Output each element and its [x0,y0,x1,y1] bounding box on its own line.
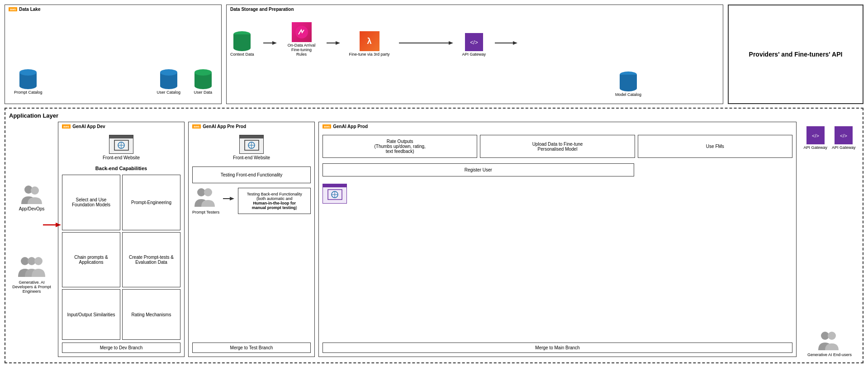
frontend-dev-icon [109,135,133,154]
frontend-preprod-icon [239,135,264,154]
data-storage-icons: Context Data On-Data Arrival Fine-tuning… [230,22,719,57]
event-icon [292,22,312,42]
prod-top-grid: Rate Outputs(Thumbs up/down, rating,text… [323,135,792,158]
svg-text:</>: </> [840,133,847,138]
cap-cell-rating: Rating Mechanisms [122,289,180,340]
data-lake-title: Data Lake [19,7,40,12]
providers-api-box: Providers' and Fine-tuners' API [728,5,863,104]
gen-ai-devs-actor: Generative. AI Developers & Prompt Engin… [11,257,52,294]
api-gw-prod-right-label: API Gateway [832,145,856,150]
user-data-icon: User Data [194,69,212,95]
svg-marker-4 [336,41,340,45]
capability-grid: Select and Use Foundation Models Prompt-… [62,175,180,340]
model-catalog-container: Model Catalog [615,71,641,97]
cap-cell-io-similarities: Input/Output Similarities [62,289,120,340]
genai-preprod-title: GenAI App Pre Prod [203,124,246,129]
testing-frontend-label: Testing Front-end Functionality [221,172,283,177]
genai-preprod-box: aws GenAI App Pre Prod Front-en [188,122,315,357]
frontend-dev-label: Front-end Website [103,155,140,160]
arrow-ondata-to-finetune3rd [327,40,340,47]
user-catalog-container: User Catalog [157,69,180,95]
genai-preprod-label: aws GenAI App Pre Prod [192,124,246,129]
cap-cell-prompt-engineering: Prompt-Engineering [122,175,180,230]
prompt-testers-label: Prompt Testers [192,210,219,214]
fine-tune-label: Fine-tune via 3rd party [349,52,390,57]
prompt-testers-section: Prompt Testers Testing Back-end Function… [192,188,311,340]
prod-empty-cell [637,163,792,176]
aws-badge-dev: aws [62,124,71,129]
context-data-icon: Context Data [230,31,254,57]
svg-marker-29 [230,197,234,200]
aws-badge-datalake: aws [9,7,17,11]
svg-text:</>: </> [470,39,478,46]
gen-ai-devs-label: Generative. AI Developers & Prompt Engin… [11,280,52,294]
data-storage-title: Data Storage and Preparation [230,7,294,12]
model-catalog-label: Model Catalog [615,92,641,97]
svg-marker-1 [272,41,277,45]
upload-data-cell: Upload Data to Fine-tunePersonalised Mod… [480,135,635,158]
genai-dev-label: aws GenAI App Dev [62,124,105,129]
rate-outputs-text: Rate Outputs(Thumbs up/down, rating,text… [374,139,425,154]
api-gateway-top-icon: </> API Gateway [462,33,486,57]
data-storage-box: Data Storage and Preparation Context Dat… [226,5,723,104]
user-catalog-icon: User Catalog [157,69,180,95]
genai-prod-title: GenAI App Prod [333,124,368,129]
aws-badge-preprod: aws [192,124,201,129]
genai-prod-box: aws GenAI App Prod Rate Outputs(Thumbs u… [318,122,797,357]
api-gw-prod-left-label: API Gateway [803,145,827,150]
rate-outputs-cell: Rate Outputs(Thumbs up/down, rating,text… [323,135,477,158]
lambda-box: λ [360,31,379,51]
svg-point-12 [31,186,39,195]
testing-backend-cell: Testing Back-end Functionality(both auto… [238,188,311,214]
arrow-finetune-to-apigw [399,40,453,47]
api-gw-prod-left: </> API Gateway [803,126,827,150]
right-panel: </> API Gateway </> API Gateway [800,122,859,357]
svg-point-17 [34,257,43,265]
api-gw-box: </> [465,33,483,51]
cap-cell-chain-prompts: Chain prompts & Applications [62,232,120,288]
data-lake-box: aws Data Lake Prompt Catalog [5,5,222,104]
api-gw-prod-left-icon: </> [806,126,825,144]
context-data-label: Context Data [230,52,254,57]
gen-ai-endusers-label: Generative AI End-users [807,352,852,357]
testing-frontend-cell: Testing Front-end Functionality [192,167,311,183]
app-layer-title: Application Layer [9,112,859,119]
providers-api-label: Providers' and Fine-tuners' API [749,51,843,58]
svg-point-39 [828,332,836,340]
genai-dev-title: GenAI App Dev [72,124,105,129]
upload-data-text: Upload Data to Fine-tunePersonalised Mod… [532,142,583,152]
app-devops-label: App/DevOps [19,206,45,211]
user-data-label: User Data [194,90,212,95]
testing-backend-text: Testing Back-end Functionality(both auto… [247,192,302,210]
actors-left: App/DevOps [9,122,54,357]
svg-marker-10 [513,41,517,45]
merge-prod-bar: Merge to Main Branch [323,343,792,353]
prompt-testers-arrow [223,196,234,202]
prod-network-icon [323,184,347,204]
fine-tune-lambda-icon: λ Fine-tune via 3rd party [349,31,390,57]
prompt-testers-actor: Prompt Testers [192,188,219,214]
prod-frontend-icon [323,184,347,204]
app-devops-actor: App/DevOps [19,185,45,211]
prod-network-section [323,184,792,204]
gen-ai-endusers-actor: Generative AI End-users [800,331,859,357]
prompt-catalog-label: Prompt Catalog [14,90,43,95]
register-user-label: Register User [465,167,492,172]
model-catalog-icon: Model Catalog [615,71,641,97]
app-layer: Application Layer App/DevOps [5,108,863,363]
genai-app-dev-box: aws GenAI App Dev Front-end Web [58,122,185,357]
frontend-preprod-section: Front-end Website [192,135,311,160]
merge-dev-bar: Merge to Dev Branch [62,343,180,353]
prompt-catalog-container: Prompt Catalog [14,69,43,95]
app-layer-inner: App/DevOps [9,122,859,357]
on-data-arrival-icon: On-Data Arrival Fine-tuning Rules [286,22,318,57]
merge-preprod-bar: Merge to Test Branch [192,343,311,353]
prompt-catalog-icon: Prompt Catalog [14,69,43,95]
main-container: aws Data Lake Prompt Catalog [0,0,868,376]
on-data-arrival-label: On-Data Arrival Fine-tuning Rules [286,43,318,57]
api-gateway-label: API Gateway [462,52,486,57]
arrow-context-to-finetune [263,40,277,47]
aws-badge-prod: aws [323,124,331,129]
svg-point-27 [204,188,212,196]
frontend-preprod-label: Front-end Website [233,155,270,160]
